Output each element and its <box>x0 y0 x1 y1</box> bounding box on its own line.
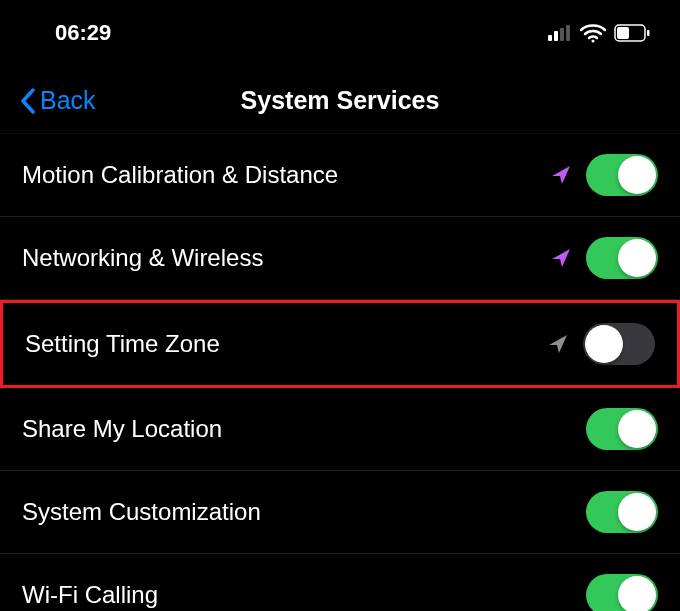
location-arrow-icon <box>550 247 572 269</box>
row-system-customization[interactable]: System Customization <box>0 471 680 554</box>
row-right <box>550 237 658 279</box>
cellular-signal-icon <box>548 25 572 41</box>
toggle-system-customization[interactable] <box>586 491 658 533</box>
toggle-share-my-location[interactable] <box>586 408 658 450</box>
back-label: Back <box>40 86 96 115</box>
battery-icon <box>614 24 650 42</box>
toggle-knob <box>618 410 656 448</box>
location-arrow-icon <box>550 164 572 186</box>
row-right <box>547 323 655 365</box>
row-right <box>550 154 658 196</box>
row-label: Wi-Fi Calling <box>22 581 586 609</box>
row-networking-wireless[interactable]: Networking & Wireless <box>0 217 680 300</box>
row-label: Networking & Wireless <box>22 244 550 272</box>
chevron-left-icon <box>20 88 36 114</box>
status-icons <box>548 23 650 43</box>
toggle-knob <box>618 156 656 194</box>
page-title: System Services <box>241 86 440 115</box>
svg-rect-0 <box>548 35 552 41</box>
row-motion-calibration[interactable]: Motion Calibration & Distance <box>0 134 680 217</box>
row-label: Motion Calibration & Distance <box>22 161 550 189</box>
row-label: System Customization <box>22 498 586 526</box>
settings-list: Motion Calibration & Distance Networking… <box>0 134 680 611</box>
toggle-motion-calibration[interactable] <box>586 154 658 196</box>
row-label: Setting Time Zone <box>25 330 547 358</box>
row-right <box>586 491 658 533</box>
row-wifi-calling[interactable]: Wi-Fi Calling <box>0 554 680 611</box>
toggle-wifi-calling[interactable] <box>586 574 658 611</box>
row-right <box>586 574 658 611</box>
svg-point-4 <box>592 40 595 43</box>
status-time: 06:29 <box>55 20 111 46</box>
toggle-networking-wireless[interactable] <box>586 237 658 279</box>
row-label: Share My Location <box>22 415 586 443</box>
wifi-icon <box>580 23 606 43</box>
toggle-knob <box>585 325 623 363</box>
row-right <box>586 408 658 450</box>
svg-rect-1 <box>554 31 558 41</box>
toggle-setting-time-zone[interactable] <box>583 323 655 365</box>
svg-rect-2 <box>560 28 564 41</box>
nav-bar: Back System Services <box>0 60 680 134</box>
toggle-knob <box>618 493 656 531</box>
svg-rect-3 <box>566 25 570 41</box>
svg-rect-6 <box>617 27 629 39</box>
status-bar: 06:29 <box>0 0 680 60</box>
location-arrow-icon <box>547 333 569 355</box>
toggle-knob <box>618 576 656 611</box>
back-button[interactable]: Back <box>20 86 96 115</box>
row-share-my-location[interactable]: Share My Location <box>0 388 680 471</box>
toggle-knob <box>618 239 656 277</box>
row-setting-time-zone[interactable]: Setting Time Zone <box>0 300 680 388</box>
svg-rect-7 <box>647 30 650 36</box>
